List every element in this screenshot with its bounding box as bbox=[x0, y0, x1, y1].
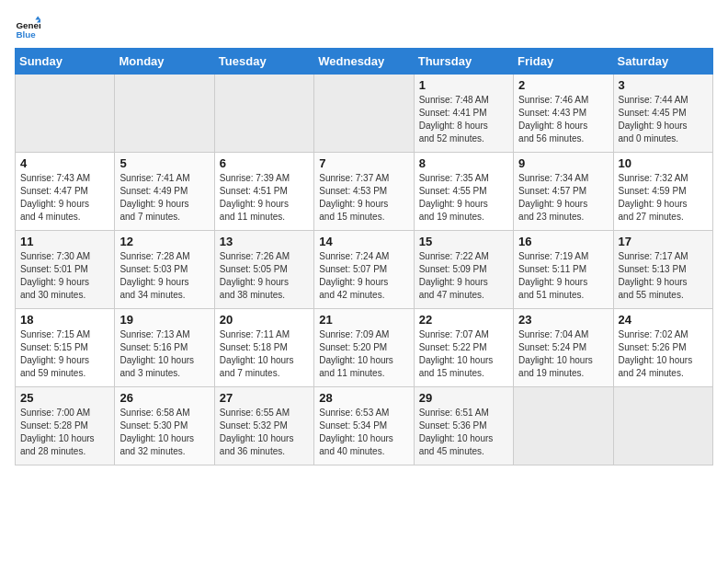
day-cell: 24Sunrise: 7:02 AM Sunset: 5:26 PM Dayli… bbox=[613, 309, 712, 387]
day-info: Sunrise: 7:46 AM Sunset: 4:43 PM Dayligh… bbox=[518, 94, 608, 145]
day-number: 23 bbox=[518, 313, 608, 327]
week-row-5: 25Sunrise: 7:00 AM Sunset: 5:28 PM Dayli… bbox=[16, 387, 713, 465]
day-cell: 15Sunrise: 7:22 AM Sunset: 5:09 PM Dayli… bbox=[414, 231, 513, 309]
day-cell: 19Sunrise: 7:13 AM Sunset: 5:16 PM Dayli… bbox=[115, 309, 214, 387]
day-info: Sunrise: 7:17 AM Sunset: 5:13 PM Dayligh… bbox=[619, 250, 708, 302]
day-number: 22 bbox=[419, 313, 508, 327]
day-info: Sunrise: 7:24 AM Sunset: 5:07 PM Dayligh… bbox=[319, 250, 408, 302]
day-cell: 1Sunrise: 7:48 AM Sunset: 4:41 PM Daylig… bbox=[414, 75, 513, 153]
day-number: 27 bbox=[220, 391, 309, 405]
day-info: Sunrise: 6:55 AM Sunset: 5:32 PM Dayligh… bbox=[220, 407, 309, 458]
day-cell: 6Sunrise: 7:39 AM Sunset: 4:51 PM Daylig… bbox=[214, 153, 313, 231]
day-cell: 25Sunrise: 7:00 AM Sunset: 5:28 PM Dayli… bbox=[16, 387, 115, 465]
day-cell: 13Sunrise: 7:26 AM Sunset: 5:05 PM Dayli… bbox=[214, 231, 313, 309]
day-info: Sunrise: 7:15 AM Sunset: 5:15 PM Dayligh… bbox=[20, 328, 109, 380]
day-cell: 23Sunrise: 7:04 AM Sunset: 5:24 PM Dayli… bbox=[514, 309, 613, 387]
day-info: Sunrise: 7:13 AM Sunset: 5:16 PM Dayligh… bbox=[119, 328, 209, 380]
day-cell bbox=[115, 75, 214, 153]
day-info: Sunrise: 7:19 AM Sunset: 5:11 PM Dayligh… bbox=[518, 250, 608, 302]
day-info: Sunrise: 6:53 AM Sunset: 5:34 PM Dayligh… bbox=[319, 407, 408, 458]
day-number: 25 bbox=[20, 391, 109, 405]
day-number: 19 bbox=[119, 313, 209, 327]
day-number: 15 bbox=[419, 235, 508, 248]
day-number: 17 bbox=[619, 235, 708, 248]
day-number: 13 bbox=[220, 235, 309, 248]
day-info: Sunrise: 6:58 AM Sunset: 5:30 PM Dayligh… bbox=[119, 407, 209, 458]
day-number: 11 bbox=[20, 235, 109, 248]
day-info: Sunrise: 7:02 AM Sunset: 5:26 PM Dayligh… bbox=[619, 328, 708, 380]
col-header-tuesday: Tuesday bbox=[214, 49, 313, 75]
day-info: Sunrise: 7:11 AM Sunset: 5:18 PM Dayligh… bbox=[220, 328, 309, 380]
col-header-friday: Friday bbox=[514, 49, 613, 75]
day-number: 5 bbox=[119, 156, 209, 170]
day-cell: 2Sunrise: 7:46 AM Sunset: 4:43 PM Daylig… bbox=[514, 75, 613, 153]
day-info: Sunrise: 7:07 AM Sunset: 5:22 PM Dayligh… bbox=[419, 328, 508, 380]
day-cell bbox=[16, 75, 115, 153]
day-cell: 14Sunrise: 7:24 AM Sunset: 5:07 PM Dayli… bbox=[314, 231, 414, 309]
day-number: 16 bbox=[518, 235, 608, 248]
day-cell: 17Sunrise: 7:17 AM Sunset: 5:13 PM Dayli… bbox=[613, 231, 712, 309]
day-info: Sunrise: 7:39 AM Sunset: 4:51 PM Dayligh… bbox=[220, 172, 309, 224]
day-cell: 5Sunrise: 7:41 AM Sunset: 4:49 PM Daylig… bbox=[115, 153, 214, 231]
day-number: 4 bbox=[20, 156, 109, 170]
day-info: Sunrise: 7:28 AM Sunset: 5:03 PM Dayligh… bbox=[119, 250, 209, 302]
day-number: 21 bbox=[319, 313, 408, 327]
col-header-wednesday: Wednesday bbox=[314, 49, 414, 75]
day-cell: 7Sunrise: 7:37 AM Sunset: 4:53 PM Daylig… bbox=[314, 153, 414, 231]
day-info: Sunrise: 7:48 AM Sunset: 4:41 PM Dayligh… bbox=[419, 94, 508, 145]
day-cell: 22Sunrise: 7:07 AM Sunset: 5:22 PM Dayli… bbox=[414, 309, 513, 387]
day-info: Sunrise: 7:34 AM Sunset: 4:57 PM Dayligh… bbox=[518, 172, 608, 224]
logo-icon: General Blue bbox=[15, 15, 40, 40]
day-number: 26 bbox=[119, 391, 209, 405]
day-number: 29 bbox=[419, 391, 508, 405]
day-cell bbox=[214, 75, 313, 153]
day-info: Sunrise: 7:30 AM Sunset: 5:01 PM Dayligh… bbox=[20, 250, 109, 302]
day-number: 8 bbox=[419, 156, 508, 170]
day-cell bbox=[514, 387, 613, 465]
day-number: 20 bbox=[220, 313, 309, 327]
week-row-1: 1Sunrise: 7:48 AM Sunset: 4:41 PM Daylig… bbox=[16, 75, 713, 153]
day-info: Sunrise: 7:41 AM Sunset: 4:49 PM Dayligh… bbox=[119, 172, 209, 224]
day-cell: 28Sunrise: 6:53 AM Sunset: 5:34 PM Dayli… bbox=[314, 387, 414, 465]
day-info: Sunrise: 7:35 AM Sunset: 4:55 PM Dayligh… bbox=[419, 172, 508, 224]
day-number: 6 bbox=[220, 156, 309, 170]
day-cell: 26Sunrise: 6:58 AM Sunset: 5:30 PM Dayli… bbox=[115, 387, 214, 465]
day-cell: 20Sunrise: 7:11 AM Sunset: 5:18 PM Dayli… bbox=[214, 309, 313, 387]
day-cell: 8Sunrise: 7:35 AM Sunset: 4:55 PM Daylig… bbox=[414, 153, 513, 231]
day-cell bbox=[314, 75, 414, 153]
day-number: 9 bbox=[518, 156, 608, 170]
day-info: Sunrise: 7:44 AM Sunset: 4:45 PM Dayligh… bbox=[619, 94, 708, 145]
day-info: Sunrise: 7:09 AM Sunset: 5:20 PM Dayligh… bbox=[319, 328, 408, 380]
header: General Blue bbox=[15, 15, 713, 40]
day-number: 1 bbox=[419, 78, 508, 92]
col-header-sunday: Sunday bbox=[16, 49, 115, 75]
col-header-saturday: Saturday bbox=[613, 49, 712, 75]
day-cell bbox=[613, 387, 712, 465]
day-number: 28 bbox=[319, 391, 408, 405]
day-cell: 12Sunrise: 7:28 AM Sunset: 5:03 PM Dayli… bbox=[115, 231, 214, 309]
day-cell: 11Sunrise: 7:30 AM Sunset: 5:01 PM Dayli… bbox=[16, 231, 115, 309]
day-info: Sunrise: 7:37 AM Sunset: 4:53 PM Dayligh… bbox=[319, 172, 408, 224]
col-header-monday: Monday bbox=[115, 49, 214, 75]
day-cell: 16Sunrise: 7:19 AM Sunset: 5:11 PM Dayli… bbox=[514, 231, 613, 309]
day-cell: 3Sunrise: 7:44 AM Sunset: 4:45 PM Daylig… bbox=[613, 75, 712, 153]
day-number: 18 bbox=[20, 313, 109, 327]
week-row-3: 11Sunrise: 7:30 AM Sunset: 5:01 PM Dayli… bbox=[16, 231, 713, 309]
header-row: SundayMondayTuesdayWednesdayThursdayFrid… bbox=[16, 49, 713, 75]
day-info: Sunrise: 7:00 AM Sunset: 5:28 PM Dayligh… bbox=[20, 407, 109, 458]
week-row-4: 18Sunrise: 7:15 AM Sunset: 5:15 PM Dayli… bbox=[16, 309, 713, 387]
logo: General Blue bbox=[15, 15, 44, 40]
day-cell: 18Sunrise: 7:15 AM Sunset: 5:15 PM Dayli… bbox=[16, 309, 115, 387]
day-number: 7 bbox=[319, 156, 408, 170]
day-cell: 21Sunrise: 7:09 AM Sunset: 5:20 PM Dayli… bbox=[314, 309, 414, 387]
day-info: Sunrise: 7:32 AM Sunset: 4:59 PM Dayligh… bbox=[619, 172, 708, 224]
week-row-2: 4Sunrise: 7:43 AM Sunset: 4:47 PM Daylig… bbox=[16, 153, 713, 231]
calendar-table: SundayMondayTuesdayWednesdayThursdayFrid… bbox=[15, 48, 713, 465]
day-number: 3 bbox=[619, 78, 708, 92]
day-info: Sunrise: 7:22 AM Sunset: 5:09 PM Dayligh… bbox=[419, 250, 508, 302]
svg-text:Blue: Blue bbox=[16, 29, 36, 40]
day-number: 10 bbox=[619, 156, 708, 170]
day-cell: 29Sunrise: 6:51 AM Sunset: 5:36 PM Dayli… bbox=[414, 387, 513, 465]
day-number: 14 bbox=[319, 235, 408, 248]
day-number: 2 bbox=[518, 78, 608, 92]
